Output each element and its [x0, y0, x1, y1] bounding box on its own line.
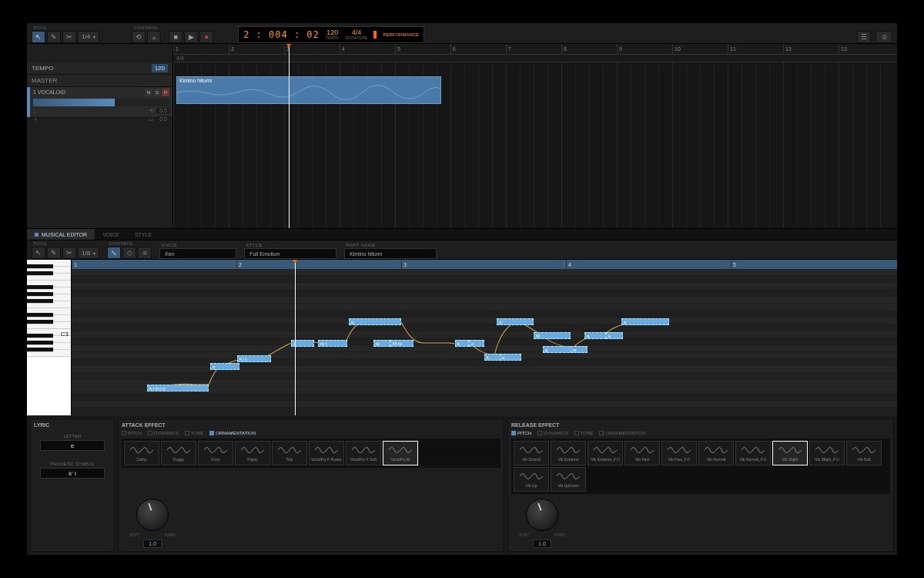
note[interactable]: o	[500, 354, 521, 361]
metronome-button[interactable]: ▵	[147, 31, 161, 43]
partname-field[interactable]: Kimino hitomi	[344, 248, 437, 259]
note[interactable]: k i m i n	[147, 385, 209, 391]
preset-item[interactable]: Vib Slight	[772, 441, 808, 465]
note[interactable]: o	[469, 340, 484, 347]
bar-ruler[interactable]: 12345678910111213	[173, 44, 897, 55]
note-grid[interactable]: 12345 k i m i noh i tom iotsM mkokooMgwa…	[72, 260, 897, 415]
editor-ruler[interactable]: 12345	[72, 260, 897, 269]
preset-item[interactable]: Flippy	[235, 441, 270, 465]
timesig-lane[interactable]: 4/4	[173, 55, 897, 62]
tab-style[interactable]: STYLE	[127, 229, 159, 240]
editor-scissors-tool[interactable]: ✂	[62, 247, 76, 259]
clip-name: Kimino hitomi	[179, 78, 212, 83]
scissors-tool[interactable]: ✂	[62, 31, 76, 43]
preset-item[interactable]: VocalFry M	[383, 441, 418, 465]
preset-item[interactable]: Vib Fast	[624, 441, 660, 465]
preset-item[interactable]: Vib Up	[514, 467, 549, 492]
list-view-button[interactable]: ☰	[857, 31, 871, 43]
preset-item[interactable]: Vib Fast_F.O	[661, 441, 697, 465]
preset-item[interactable]: VocalFry F Power	[309, 441, 344, 465]
editor-quantize[interactable]: 1/8▾	[78, 247, 99, 259]
attack-intensity-knob[interactable]	[136, 499, 169, 531]
attack-tab-dynamics[interactable]: DYNAMICS	[148, 431, 179, 435]
playhead[interactable]	[289, 44, 290, 228]
release-tab-dynamics[interactable]: DYNAMICS	[537, 431, 568, 435]
vol-value[interactable]: 0.0	[157, 116, 169, 122]
attack-tab-ornamentation[interactable]: ORNAMENTATION	[209, 431, 256, 435]
release-tab-tone[interactable]: TONE	[574, 431, 594, 435]
audio-clip[interactable]: Kimino hitomi	[176, 76, 441, 104]
preset-item[interactable]: Vib Normal	[698, 441, 734, 465]
note[interactable]: k	[484, 354, 501, 361]
position-display[interactable]: 2 : 004 : 02	[243, 29, 320, 40]
master-track-header[interactable]: MASTER	[27, 75, 172, 87]
note[interactable]: s	[606, 332, 623, 339]
pan-value[interactable]: 0.0	[157, 108, 169, 113]
note[interactable]: a	[584, 332, 606, 339]
add-icon[interactable]: ＋	[33, 116, 38, 123]
transport-display: 2 : 004 : 02 120 TEMPO 4/4 SIGNATURE PER…	[238, 26, 424, 43]
note[interactable]: h i t	[237, 355, 271, 362]
preset-item[interactable]: Foxy	[198, 441, 233, 465]
phonetic-field[interactable]: k' i	[40, 468, 105, 479]
tab-voice[interactable]: VOICE	[95, 229, 127, 240]
note[interactable]: o	[497, 318, 534, 325]
editor-move-tool[interactable]: ◇	[122, 247, 136, 259]
preset-item[interactable]: Cathy	[124, 441, 159, 465]
play-button[interactable]: ▶	[184, 31, 198, 43]
stop-button[interactable]: ■	[169, 31, 182, 43]
preset-item[interactable]: Vib Soft	[846, 441, 882, 465]
release-intensity-knob[interactable]	[526, 499, 558, 531]
editor-pencil-tool[interactable]: ✎	[47, 247, 61, 259]
record-button[interactable]: ●	[199, 31, 213, 43]
preset-item[interactable]: Vib Slight_F.O	[809, 441, 845, 465]
mute-button[interactable]: M	[145, 89, 152, 96]
loop-button[interactable]: ⟲	[132, 31, 146, 43]
voice-select[interactable]: Ken	[159, 248, 236, 259]
attack-tab-pitch[interactable]: PITCH	[122, 431, 142, 435]
note[interactable]: m i	[318, 340, 347, 347]
note[interactable]: w	[571, 346, 588, 353]
preset-item[interactable]: Foggy	[161, 441, 196, 465]
letter-field[interactable]: e	[40, 440, 105, 451]
mixer-button[interactable]: ⎚	[875, 31, 892, 43]
preset-item[interactable]: Vib UpDown	[551, 467, 586, 492]
automation-icon[interactable]: ◡	[33, 108, 38, 114]
preset-item[interactable]: Vib Normal_F.O	[735, 441, 771, 465]
style-select[interactable]: Full Emotion	[244, 248, 336, 259]
quantize-select[interactable]: 1/4▾	[78, 31, 99, 43]
release-tab-ornamentation[interactable]: ORNAMENTATION	[599, 431, 645, 435]
attack-knob-value[interactable]: 1.0	[143, 539, 162, 548]
vol-icon: ▭	[149, 116, 154, 123]
note[interactable]: M m	[390, 340, 413, 347]
preset-item[interactable]: Vib Extreme	[551, 441, 586, 465]
note[interactable]: M	[534, 332, 571, 339]
preset-item[interactable]: Tick	[272, 441, 307, 465]
note[interactable]: k	[455, 340, 469, 347]
tempo-track-header[interactable]: TEMPO 120	[27, 62, 172, 75]
note[interactable]: o	[349, 318, 401, 325]
editor-pointer-tool[interactable]: ↖	[32, 247, 45, 259]
timeline-area[interactable]: 12345678910111213 4/4 Kimino hitomi	[173, 44, 897, 228]
note[interactable]: e	[621, 318, 669, 325]
track-item[interactable]: 1 VOCALOID M S R ◡ ⟲ 0.0	[27, 87, 172, 118]
preset-item[interactable]: VocalFry F Soft	[346, 441, 381, 465]
preset-item[interactable]: Vib Down2	[514, 441, 549, 465]
solo-button[interactable]: S	[153, 89, 161, 96]
preset-item[interactable]: Vib Extreme_F.O	[588, 441, 623, 465]
piano-keyboard[interactable]: C3	[27, 260, 72, 415]
tab-musical-editor[interactable]: MUSICAL EDITOR	[27, 229, 95, 240]
editor-playhead[interactable]	[295, 260, 296, 415]
editor-line-tool[interactable]: ≡	[138, 247, 152, 259]
note[interactable]: o	[210, 363, 239, 370]
note[interactable]: ts	[373, 340, 390, 347]
note[interactable]: g	[543, 346, 574, 353]
attack-tab-tone[interactable]: TONE	[185, 431, 204, 435]
release-knob-value[interactable]: 1.0	[533, 539, 551, 548]
rec-arm-button[interactable]: R	[162, 89, 169, 96]
editor-select-tool[interactable]: ⤡	[107, 247, 121, 259]
release-tab-pitch[interactable]: PITCH	[511, 431, 531, 435]
pencil-tool[interactable]: ✎	[47, 31, 61, 43]
attack-effect-panel: ATTACK EFFECT PITCH DYNAMICS TONE ORNAME…	[118, 418, 504, 552]
pointer-tool[interactable]: ↖	[32, 31, 45, 43]
